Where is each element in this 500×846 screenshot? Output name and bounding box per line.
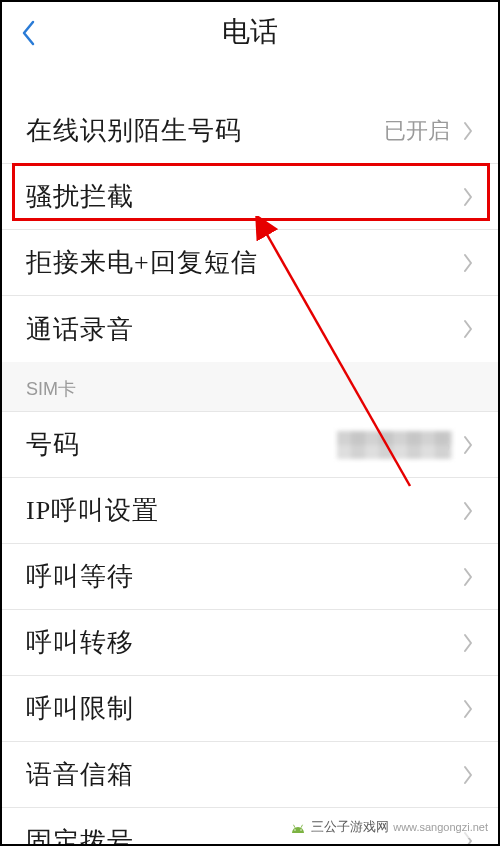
row-call-forward[interactable]: 呼叫转移 (2, 610, 498, 676)
svg-point-1 (294, 829, 296, 831)
row-label: 骚扰拦截 (26, 179, 134, 214)
back-button[interactable] (16, 18, 40, 48)
chevron-right-icon (462, 253, 474, 273)
svg-line-4 (301, 825, 303, 828)
row-record[interactable]: 通话录音 (2, 296, 498, 362)
row-value: +86 (416, 432, 450, 458)
row-block[interactable]: 骚扰拦截 (2, 164, 498, 230)
row-label: 呼叫转移 (26, 625, 134, 660)
row-label: 号码 (26, 427, 80, 462)
row-label: 通话录音 (26, 312, 134, 347)
row-label: 语音信箱 (26, 757, 134, 792)
watermark-text: 三公子游戏网 (311, 818, 389, 836)
header: 电话 (2, 2, 498, 62)
row-reject-sms[interactable]: 拒接来电+回复短信 (2, 230, 498, 296)
row-call-restrict[interactable]: 呼叫限制 (2, 676, 498, 742)
watermark: 三公子游戏网 www.sangongzi.net (285, 816, 492, 838)
row-label: 固定拨号 (26, 824, 134, 847)
row-label: 拒接来电+回复短信 (26, 245, 258, 280)
row-voicemail[interactable]: 语音信箱 (2, 742, 498, 808)
chevron-right-icon (462, 121, 474, 141)
row-value: 已开启 (384, 116, 450, 146)
row-ip-call[interactable]: IP呼叫设置 (2, 478, 498, 544)
row-label: 呼叫限制 (26, 691, 134, 726)
chevron-right-icon (462, 633, 474, 653)
svg-line-3 (294, 825, 296, 828)
row-label: 在线识别陌生号码 (26, 113, 242, 148)
row-label: 呼叫等待 (26, 559, 134, 594)
chevron-right-icon (462, 319, 474, 339)
android-icon (289, 821, 307, 833)
chevron-left-icon (21, 20, 35, 46)
row-number[interactable]: 号码 +86 (2, 412, 498, 478)
chevron-right-icon (462, 435, 474, 455)
watermark-url: www.sangongzi.net (393, 821, 488, 833)
row-label: IP呼叫设置 (26, 493, 159, 528)
page-title: 电话 (222, 13, 278, 51)
spacer (2, 62, 498, 98)
section-sim: SIM卡 (2, 362, 498, 412)
row-online-id[interactable]: 在线识别陌生号码 已开启 (2, 98, 498, 164)
screen: 电话 在线识别陌生号码 已开启 骚扰拦截 拒接来电+回复短信 通话录音 SIM卡… (0, 0, 500, 846)
row-call-waiting[interactable]: 呼叫等待 (2, 544, 498, 610)
chevron-right-icon (462, 699, 474, 719)
chevron-right-icon (462, 501, 474, 521)
chevron-right-icon (462, 765, 474, 785)
chevron-right-icon (462, 567, 474, 587)
svg-point-2 (300, 829, 302, 831)
chevron-right-icon (462, 187, 474, 207)
